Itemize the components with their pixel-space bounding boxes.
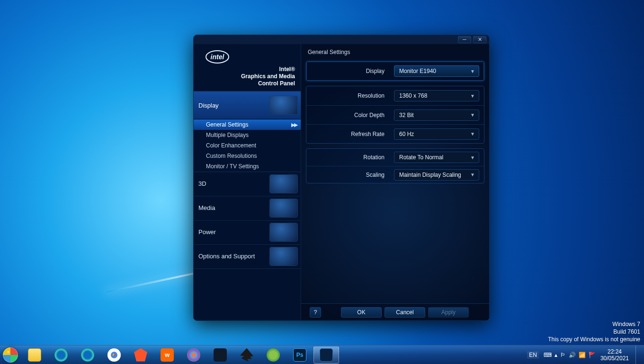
explorer-icon xyxy=(28,348,41,362)
help-button[interactable]: ? xyxy=(310,307,321,318)
chevron-down-icon: ▼ xyxy=(470,155,475,160)
taskbar-item-brave[interactable] xyxy=(128,346,153,364)
language-indicator[interactable]: EN xyxy=(527,351,539,359)
ok-button[interactable]: OK xyxy=(341,307,382,318)
scaling-dropdown[interactable]: Maintain Display Scaling ▼ xyxy=(394,169,479,181)
setting-label-rotation: Rotation xyxy=(306,154,394,161)
clock-date: 30/05/2021 xyxy=(600,355,629,362)
refresh-dropdown[interactable]: 60 Hz ▼ xyxy=(394,128,479,140)
rotation-dropdown[interactable]: Rotate To Normal ▼ xyxy=(394,152,479,163)
subnav-color-enhancement[interactable]: Color Enhancement xyxy=(194,140,301,151)
network-icon[interactable]: 📶 xyxy=(579,352,586,358)
taskbar-item-inkscape[interactable] xyxy=(234,346,259,364)
setting-label-scaling: Scaling xyxy=(306,172,394,178)
nav-label: 3D xyxy=(198,180,206,187)
nav-label: Display xyxy=(198,102,219,109)
taskbar-item-chrome[interactable] xyxy=(101,346,127,364)
taskbar-item-filmora[interactable] xyxy=(207,346,233,364)
subnav-multiple-displays[interactable]: Multiple Displays xyxy=(194,130,301,140)
media-category-icon xyxy=(269,199,298,218)
taskbar-item-explorer[interactable] xyxy=(22,346,47,364)
colordepth-dropdown[interactable]: 32 Bit ▼ xyxy=(394,109,479,121)
nav-category-options-support[interactable]: Options and Support xyxy=(194,244,301,268)
settings-group-display: Display Monitor E1940 ▼ xyxy=(306,61,484,81)
close-button[interactable]: ✕ xyxy=(473,36,486,43)
panel-footer: ? OK Cancel Apply xyxy=(301,303,489,320)
setting-label-colordepth: Color Depth xyxy=(306,112,394,118)
volume-icon[interactable]: 🔊 xyxy=(569,352,576,358)
intel-graphics-icon xyxy=(320,348,333,362)
dropdown-value: Rotate To Normal xyxy=(399,154,443,161)
chevron-down-icon: ▼ xyxy=(470,112,475,118)
nav-category-display[interactable]: Display xyxy=(194,91,301,119)
nav-label: Power xyxy=(198,228,216,236)
taskbar-item-firefox[interactable] xyxy=(181,346,206,364)
firefox-icon xyxy=(187,348,200,362)
app-title-line: Graphics and Media xyxy=(199,73,295,80)
svg-text:intel: intel xyxy=(211,53,225,61)
window-titlebar[interactable]: ─ ✕ xyxy=(194,35,489,44)
nav-category-power[interactable]: Power xyxy=(194,220,301,244)
coreldraw-icon xyxy=(267,348,280,362)
intel-graphics-window: ─ ✕ intel Intel® Graphics and Media Cont… xyxy=(193,35,490,321)
nav-label: Media xyxy=(198,204,215,211)
power-category-icon xyxy=(269,223,298,242)
subnav-monitor-tv-settings[interactable]: Monitor / TV Settings xyxy=(194,161,301,172)
taskbar: w Ps EN ⌨ ▴ 🏳 🔊 📶 🚩 22:24 30/05/2021 xyxy=(0,345,644,364)
security-flag-icon[interactable]: 🚩 xyxy=(589,352,596,358)
apply-button: Apply xyxy=(428,307,469,318)
brave-icon xyxy=(134,348,147,362)
taskbar-item-photoshop[interactable]: Ps xyxy=(287,346,313,364)
cancel-button[interactable]: Cancel xyxy=(385,307,425,318)
sidebar-header: intel Intel® Graphics and Media Control … xyxy=(194,44,301,91)
subnav-label: General Settings xyxy=(206,121,248,128)
chevron-down-icon: ▼ xyxy=(470,172,475,177)
options-category-icon xyxy=(269,247,298,266)
subnav-general-settings[interactable]: General Settings ▶▶ xyxy=(194,119,301,130)
windows-orb-icon xyxy=(3,347,18,363)
nav-label: Options and Support xyxy=(198,253,255,260)
display-category-icon xyxy=(269,96,298,115)
action-center-icon[interactable]: 🏳 xyxy=(560,352,566,358)
tray-overflow-icon[interactable]: ▴ xyxy=(555,352,557,358)
photoshop-icon: Ps xyxy=(293,348,306,362)
system-tray: EN ⌨ ▴ 🏳 🔊 📶 🚩 22:24 30/05/2021 xyxy=(527,346,644,364)
settings-group-rotation-scaling: Rotation Rotate To Normal ▼ Scaling Main… xyxy=(306,148,484,183)
setting-label-display: Display xyxy=(306,68,394,74)
tray-icons: ⌨ ▴ 🏳 🔊 📶 🚩 xyxy=(544,352,596,358)
resolution-dropdown[interactable]: 644 x 364 ▼ xyxy=(394,90,479,101)
window-body: intel Intel® Graphics and Media Control … xyxy=(194,44,489,320)
show-desktop-button[interactable] xyxy=(635,346,640,364)
display-dropdown[interactable]: Monitor E1940 ▼ xyxy=(394,65,479,77)
taskbar-item-browser[interactable] xyxy=(75,346,100,364)
dropdown-value: 32 Bit xyxy=(399,112,414,118)
sidebar-spacer xyxy=(194,268,301,320)
taskbar-items: w Ps xyxy=(21,346,339,364)
watermark-line: Build 7601 xyxy=(548,328,640,336)
subnav-custom-resolutions[interactable]: Custom Resolutions xyxy=(194,151,301,161)
windows-watermark: Windows 7 Build 7601 This copy of Window… xyxy=(548,320,640,343)
start-button[interactable] xyxy=(0,346,21,364)
taskbar-item-coreldraw[interactable] xyxy=(260,346,286,364)
inkscape-icon xyxy=(240,348,253,362)
keyboard-icon[interactable]: ⌨ xyxy=(544,352,552,358)
taskbar-item-intel-graphics[interactable] xyxy=(313,346,339,364)
app-title-line: Control Panel xyxy=(199,80,295,87)
taskbar-item-edge[interactable] xyxy=(48,346,74,364)
wattpad-icon: w xyxy=(161,348,174,362)
nav-category-3d[interactable]: 3D xyxy=(194,172,301,196)
settings-group-resolution: Resolution 644 x 364 ▼ Color Depth 32 B… xyxy=(306,86,484,144)
chrome-icon xyxy=(107,348,121,362)
minimize-button[interactable]: ─ xyxy=(458,36,471,43)
main-spacer xyxy=(301,186,489,303)
taskbar-clock[interactable]: 22:24 30/05/2021 xyxy=(600,348,629,362)
main-panel: General Settings Display Monitor E1940 ▼… xyxy=(301,44,489,320)
watermark-line: This copy of Windows is not genuine xyxy=(548,336,640,343)
app-title-line: Intel® xyxy=(199,66,295,73)
chevron-down-icon: ▼ xyxy=(470,131,475,136)
dropdown-value: 644 x 364 xyxy=(399,92,427,99)
nav-category-media[interactable]: Media xyxy=(194,196,301,220)
taskbar-item-wattpad[interactable]: w xyxy=(154,346,180,364)
edge-icon xyxy=(54,348,68,362)
intel-logo-icon: intel xyxy=(205,50,235,64)
